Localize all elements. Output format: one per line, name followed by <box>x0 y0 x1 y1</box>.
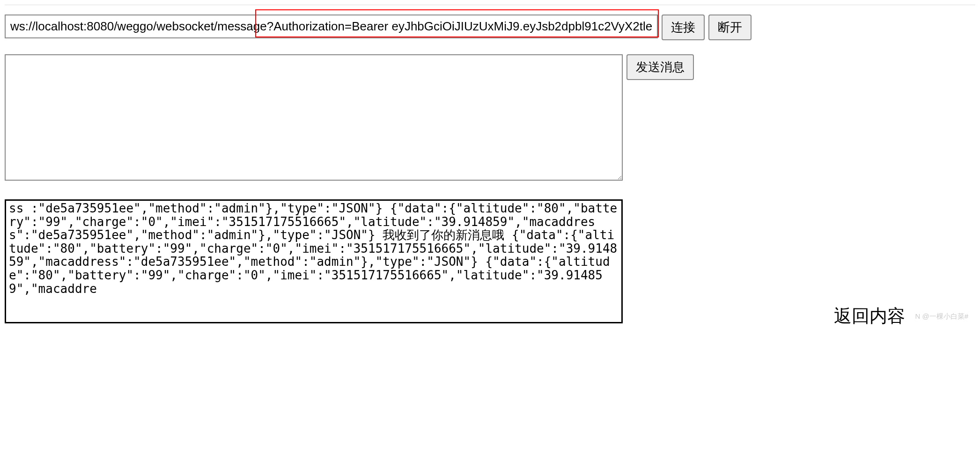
output-section: ss :"de5a735951ee","method":"admin"},"ty… <box>5 199 975 323</box>
divider-top <box>5 5 975 5</box>
send-message-button[interactable]: 发送消息 <box>626 54 694 80</box>
watermark-text: N @一棵小白菜# <box>915 312 968 321</box>
websocket-url-input[interactable] <box>5 15 658 38</box>
return-content-label: 返回内容 <box>834 304 905 328</box>
message-input[interactable] <box>5 54 623 181</box>
disconnect-button[interactable]: 断开 <box>708 15 752 40</box>
connect-button[interactable]: 连接 <box>662 15 705 40</box>
output-log[interactable]: ss :"de5a735951ee","method":"admin"},"ty… <box>5 199 623 323</box>
message-row: 发送消息 <box>5 54 975 181</box>
connection-row: 连接 断开 <box>5 15 975 40</box>
